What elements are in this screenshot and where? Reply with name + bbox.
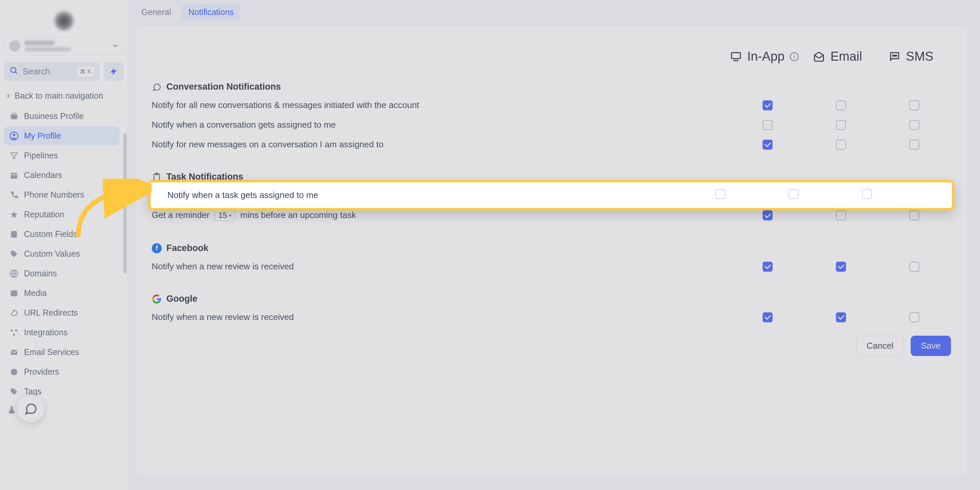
envelope-open-icon bbox=[813, 51, 825, 63]
checkbox-email[interactable] bbox=[836, 100, 846, 110]
redirect-icon bbox=[10, 308, 19, 318]
checkbox-in-app[interactable] bbox=[763, 262, 773, 272]
svg-rect-15 bbox=[732, 52, 741, 59]
checkbox-sms[interactable] bbox=[909, 210, 919, 220]
tags-icon bbox=[10, 387, 19, 396]
chat-widget-button[interactable] bbox=[17, 395, 45, 423]
svg-rect-7 bbox=[11, 231, 17, 238]
providers-icon bbox=[10, 368, 19, 377]
checkbox-sms[interactable] bbox=[909, 140, 919, 150]
sidebar-item-label: Integrations bbox=[24, 328, 68, 337]
checkbox-email[interactable] bbox=[836, 210, 846, 220]
sidebar-item-providers[interactable]: Providers bbox=[4, 362, 120, 381]
channel-label: Email bbox=[830, 49, 862, 64]
checkbox-in-app[interactable] bbox=[763, 140, 773, 150]
checkbox-in-app[interactable] bbox=[715, 189, 725, 199]
checkbox-email[interactable] bbox=[836, 120, 846, 130]
form-actions: Cancel Save bbox=[152, 327, 951, 356]
sidebar-item-custom-values[interactable]: Custom Values bbox=[4, 244, 120, 263]
checkbox-sms[interactable] bbox=[909, 312, 919, 322]
section-conversation: Conversation Notifications bbox=[152, 76, 951, 95]
notification-row: Notify when a new review is received bbox=[152, 307, 951, 327]
checkbox-email[interactable] bbox=[836, 140, 846, 150]
checkbox-in-app[interactable] bbox=[763, 210, 773, 220]
sidebar-item-my-profile[interactable]: My Profile bbox=[4, 126, 120, 145]
section-facebook: f Facebook bbox=[152, 237, 951, 257]
checkbox-email[interactable] bbox=[836, 312, 846, 322]
channel-header-row: In-App i Email SMS bbox=[152, 39, 951, 76]
back-to-main-nav[interactable]: Back to main navigation bbox=[4, 88, 124, 107]
google-icon bbox=[152, 294, 162, 304]
tab-notifications[interactable]: Notifications bbox=[182, 4, 240, 20]
sidebar-item-label: Custom Values bbox=[24, 249, 80, 259]
save-button[interactable]: Save bbox=[911, 336, 951, 356]
globe-icon bbox=[10, 269, 19, 278]
sidebar-item-label: Business Profile bbox=[24, 111, 84, 121]
checkbox-sms[interactable] bbox=[862, 189, 872, 199]
mail-icon bbox=[10, 348, 19, 357]
svg-point-10 bbox=[11, 329, 13, 332]
row-label: Notify when a new review is received bbox=[152, 312, 731, 322]
checkbox-email[interactable] bbox=[836, 262, 846, 272]
nodes-icon bbox=[10, 328, 19, 337]
sidebar-item-label: Reputation bbox=[24, 210, 64, 220]
row-label: Get a reminder 15 ▾ mins before an upcom… bbox=[152, 210, 731, 221]
sidebar-item-label: URL Redirects bbox=[24, 308, 78, 318]
row-label: Notify for all new conversations & messa… bbox=[152, 100, 731, 110]
account-text bbox=[24, 41, 108, 51]
account-avatar-row bbox=[4, 3, 124, 37]
sidebar-item-label: Domains bbox=[24, 269, 57, 278]
checkbox-sms[interactable] bbox=[909, 120, 919, 130]
reminder-post-text: mins before an upcoming task bbox=[240, 210, 356, 220]
channel-label: SMS bbox=[906, 49, 933, 64]
sidebar-item-integrations[interactable]: Integrations bbox=[4, 323, 120, 342]
sidebar-item-media[interactable]: Media bbox=[4, 284, 120, 303]
section-title-label: Facebook bbox=[166, 243, 208, 253]
checkbox-in-app[interactable] bbox=[763, 312, 773, 322]
facebook-icon: f bbox=[152, 243, 162, 253]
svg-rect-2 bbox=[11, 115, 18, 119]
notifications-panel: In-App i Email SMS Conversation Notifica… bbox=[135, 25, 968, 477]
section-title-label: Google bbox=[166, 294, 197, 304]
quick-action-button[interactable] bbox=[104, 62, 124, 81]
account-switcher[interactable] bbox=[4, 37, 124, 55]
sidebar-item-url-redirects[interactable]: URL Redirects bbox=[4, 303, 120, 322]
section-google: Google bbox=[152, 288, 951, 307]
sidebar-item-label: My Profile bbox=[24, 131, 61, 141]
notification-row: Notify for all new conversations & messa… bbox=[152, 95, 951, 115]
settings-nav: Business Profile My Profile Pipelines Ca… bbox=[4, 107, 124, 421]
search-input[interactable]: Search ⌘ K bbox=[4, 62, 100, 81]
sidebar-item-pipelines[interactable]: Pipelines bbox=[4, 146, 120, 165]
notification-row: Notify when a conversation gets assigned… bbox=[152, 115, 951, 135]
reminder-minutes-select[interactable]: 15 ▾ bbox=[215, 210, 235, 221]
form-icon bbox=[10, 230, 19, 239]
calendar-icon bbox=[10, 171, 19, 180]
checkbox-sms[interactable] bbox=[909, 262, 919, 272]
sidebar-item-labs[interactable]: new 3 bbox=[4, 402, 120, 421]
info-icon[interactable]: i bbox=[790, 52, 799, 61]
sidebar-item-domains[interactable]: Domains bbox=[4, 264, 120, 283]
search-placeholder: Search bbox=[23, 66, 50, 77]
reminder-value: 15 bbox=[218, 211, 228, 220]
checkbox-in-app[interactable] bbox=[763, 100, 773, 110]
notification-row: Notify for new messages on a conversatio… bbox=[152, 135, 951, 154]
channel-sms: SMS bbox=[874, 49, 948, 64]
tab-general[interactable]: General bbox=[135, 4, 178, 20]
sidebar-item-email-services[interactable]: Email Services bbox=[4, 343, 120, 362]
sidebar-item-label: Email Services bbox=[24, 347, 79, 357]
checkbox-in-app[interactable] bbox=[763, 120, 773, 130]
sidebar: Search ⌘ K Back to main navigation Busin… bbox=[0, 0, 128, 490]
sidebar-item-label: Calendars bbox=[24, 170, 62, 180]
checkbox-email[interactable] bbox=[789, 189, 799, 199]
cancel-button[interactable]: Cancel bbox=[856, 336, 904, 356]
svg-point-16 bbox=[892, 55, 894, 56]
reminder-pre-text: Get a reminder bbox=[152, 210, 209, 220]
monitor-icon bbox=[730, 51, 742, 63]
flask-icon bbox=[7, 406, 16, 417]
svg-point-12 bbox=[13, 334, 15, 336]
callout-arrow-icon bbox=[68, 179, 152, 239]
row-label: Notify when a task gets assigned to me bbox=[155, 190, 715, 200]
checkbox-sms[interactable] bbox=[909, 100, 919, 110]
image-icon bbox=[10, 289, 19, 298]
sidebar-item-business-profile[interactable]: Business Profile bbox=[4, 107, 120, 126]
